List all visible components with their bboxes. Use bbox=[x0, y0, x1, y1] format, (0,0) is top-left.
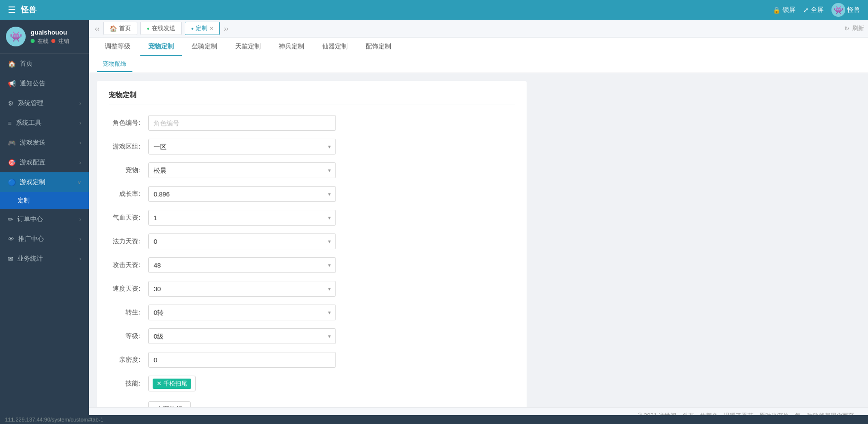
page-content: 宠物定制 角色编号: 游戏区组: 一区二区三区 ▾ bbox=[89, 73, 868, 407]
field-level: 等级: 0级10级50级100级 ▾ bbox=[109, 328, 515, 344]
sidebar-item-business[interactable]: ✉ 业务统计 › bbox=[0, 249, 89, 269]
chevron-right-icon: › bbox=[80, 236, 81, 242]
chevron-right-icon: › bbox=[80, 217, 81, 222]
full-screen-btn[interactable]: ⤢ 全屏 bbox=[803, 5, 824, 14]
online-dot-icon: ● bbox=[147, 26, 149, 31]
promo-icon: 👁 bbox=[8, 235, 14, 243]
field-intimacy: 亲密度: bbox=[109, 352, 515, 368]
header-left: ☰ 怪兽 bbox=[8, 4, 37, 15]
form-card-title: 宠物定制 bbox=[109, 91, 515, 105]
tab-refresh-btn[interactable]: ↻ 刷新 bbox=[844, 24, 864, 33]
submit-btn[interactable]: 立即执行 bbox=[148, 401, 191, 407]
online-label[interactable]: 在线 bbox=[38, 38, 48, 45]
reborn-select[interactable]: 0转1转2转 bbox=[148, 305, 336, 320]
user-name: guaishouou bbox=[31, 29, 69, 36]
growth-rate-select[interactable]: 0.8961.01.2 bbox=[148, 186, 336, 202]
sidebar-item-label: 系统管理 bbox=[18, 99, 43, 108]
mana-talent-label: 法力天资: bbox=[109, 237, 148, 246]
speed-talent-control: 304050 ▾ bbox=[148, 281, 336, 297]
chevron-right-icon: › bbox=[80, 160, 81, 165]
reborn-control: 0转1转2转 ▾ bbox=[148, 305, 336, 320]
user-btn[interactable]: 👾 怪兽 bbox=[831, 3, 860, 17]
blood-talent-select[interactable]: 0123 bbox=[148, 210, 336, 226]
game-send-icon: 🎮 bbox=[8, 139, 16, 147]
sub-tab-nav2: 宠物配饰 bbox=[89, 56, 868, 73]
sub-item-label: 定制 bbox=[18, 197, 30, 204]
sub-tab-fairy-custom[interactable]: 天笙定制 bbox=[227, 38, 269, 56]
sidebar-item-promo[interactable]: 👁 推广中心 › bbox=[0, 229, 89, 249]
hamburger-icon[interactable]: ☰ bbox=[8, 4, 16, 15]
field-blood-talent: 气血天资: 0123 ▾ bbox=[109, 210, 515, 226]
char-id-control bbox=[148, 115, 336, 131]
atk-talent-select[interactable]: 485060 bbox=[148, 257, 336, 273]
fullscreen-icon: ⤢ bbox=[803, 6, 809, 14]
speed-talent-label: 速度天资: bbox=[109, 284, 148, 293]
sub-tab-mount-custom[interactable]: 坐骑定制 bbox=[184, 38, 225, 56]
sidebar-item-game-custom[interactable]: 🔵 游戏定制 ∨ bbox=[0, 172, 89, 192]
mana-talent-select[interactable]: 0123 bbox=[148, 233, 336, 249]
sidebar-item-home[interactable]: 🏠 首页 bbox=[0, 54, 89, 74]
user-avatar: 👾 bbox=[6, 27, 26, 46]
field-pet: 宠物: 松晨其他 ▾ bbox=[109, 162, 515, 178]
intimacy-input[interactable] bbox=[148, 352, 336, 368]
cancel-label[interactable]: 注销 bbox=[58, 38, 69, 45]
app-title: 怪兽 bbox=[21, 5, 37, 15]
tag-label: 千松扫尾 bbox=[164, 380, 187, 388]
tab-custom[interactable]: ● 定制 ✕ bbox=[185, 22, 220, 35]
char-id-input[interactable] bbox=[148, 115, 336, 131]
sidebar-item-order[interactable]: ✏ 订单中心 › bbox=[0, 209, 89, 229]
atk-talent-label: 攻击天资: bbox=[109, 261, 148, 270]
tab-prev-btn[interactable]: ‹‹ bbox=[93, 25, 101, 33]
speed-talent-select[interactable]: 304050 bbox=[148, 281, 336, 297]
sub-tab2-pet-equip[interactable]: 宠物配饰 bbox=[97, 57, 132, 72]
tag-close-icon[interactable]: ✕ bbox=[157, 380, 162, 387]
char-id-label: 角色编号: bbox=[109, 118, 148, 127]
sidebar-item-game-send[interactable]: 🎮 游戏发送 › bbox=[0, 133, 89, 153]
lock-screen-btn[interactable]: 🔒 锁屏 bbox=[773, 5, 795, 14]
home-tab-icon: 🏠 bbox=[110, 25, 117, 32]
field-growth-rate: 成长率: 0.8961.01.2 ▾ bbox=[109, 186, 515, 202]
refresh-icon: ↻ bbox=[844, 25, 849, 32]
chevron-right-icon: › bbox=[80, 120, 81, 126]
top-header: ☰ 怪兽 🔒 锁屏 ⤢ 全屏 👾 怪兽 bbox=[0, 0, 868, 20]
system-icon: ⚙ bbox=[8, 100, 14, 107]
sidebar-item-label: 系统工具 bbox=[16, 118, 41, 127]
tab-next-btn[interactable]: ›› bbox=[222, 25, 230, 33]
notice-icon: 📢 bbox=[8, 80, 16, 87]
pet-select[interactable]: 松晨其他 bbox=[148, 162, 336, 178]
home-tab-label: 首页 bbox=[119, 24, 131, 33]
sidebar-item-tools[interactable]: ≡ 系统工具 › bbox=[0, 113, 89, 133]
skills-tag-area[interactable]: ✕ 千松扫尾 bbox=[148, 376, 196, 391]
header-right: 🔒 锁屏 ⤢ 全屏 👾 怪兽 bbox=[773, 3, 860, 17]
level-select[interactable]: 0级10级50级100级 bbox=[148, 328, 336, 344]
field-atk-talent: 攻击天资: 485060 ▾ bbox=[109, 257, 515, 273]
sub-tab-accessory-custom[interactable]: 配饰定制 bbox=[358, 38, 399, 56]
tab-online-send[interactable]: ● 在线发送 bbox=[140, 22, 181, 35]
refresh-label: 刷新 bbox=[852, 24, 864, 33]
tab-home[interactable]: 🏠 首页 bbox=[103, 22, 137, 35]
sidebar-item-system[interactable]: ⚙ 系统管理 › bbox=[0, 93, 89, 113]
sub-tab-adjust-level[interactable]: 调整等级 bbox=[97, 38, 138, 56]
home-icon: 🏠 bbox=[8, 60, 16, 68]
game-custom-icon: 🔵 bbox=[8, 179, 16, 186]
skills-label: 技能: bbox=[109, 379, 148, 388]
sub-tab-pet-custom[interactable]: 宠物定制 bbox=[140, 38, 182, 56]
sidebar-item-label: 游戏定制 bbox=[20, 178, 45, 187]
intimacy-label: 亲密度: bbox=[109, 355, 148, 364]
chevron-right-icon: › bbox=[80, 101, 81, 106]
game-zone-select[interactable]: 一区二区三区 bbox=[148, 139, 336, 154]
sub-tab-fairy2-custom[interactable]: 仙器定制 bbox=[314, 38, 356, 56]
sub-tab-soldier-custom[interactable]: 神兵定制 bbox=[271, 38, 312, 56]
blood-talent-control: 0123 ▾ bbox=[148, 210, 336, 226]
sidebar-item-game-config[interactable]: 🎯 游戏配置 › bbox=[0, 153, 89, 172]
sidebar-sub-item-custom[interactable]: 定制 bbox=[0, 192, 89, 209]
custom-tab-close-icon[interactable]: ✕ bbox=[209, 26, 213, 31]
sidebar-item-label: 推广中心 bbox=[18, 234, 44, 243]
level-label: 等级: bbox=[109, 332, 148, 341]
field-speed-talent: 速度天资: 304050 ▾ bbox=[109, 281, 515, 297]
sidebar-item-label: 游戏发送 bbox=[20, 138, 45, 147]
game-config-icon: 🎯 bbox=[8, 159, 16, 166]
chevron-right-icon: › bbox=[80, 140, 81, 146]
chevron-right-icon: › bbox=[80, 256, 81, 262]
sidebar-item-notice[interactable]: 📢 通知公告 bbox=[0, 74, 89, 93]
